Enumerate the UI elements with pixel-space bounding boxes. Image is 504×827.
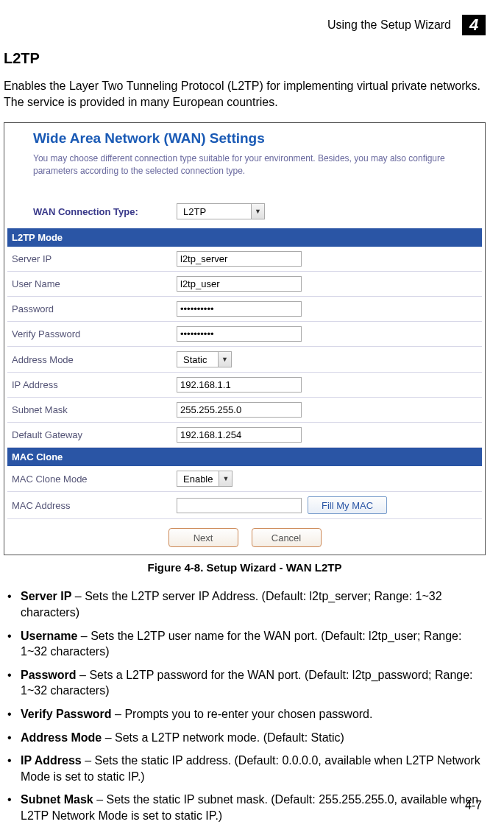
chapter-number-box: 4	[462, 15, 486, 35]
server-ip-label: Server IP	[12, 253, 177, 264]
bullet-bold: Password	[21, 669, 77, 681]
bullet-text: – Sets the static IP address. (Default: …	[21, 754, 480, 783]
address-mode-row: Address Mode Static ▼	[7, 347, 482, 373]
user-name-label: User Name	[12, 278, 177, 289]
wan-settings-description: You may choose different connection type…	[7, 149, 482, 200]
ip-address-label: IP Address	[12, 379, 177, 390]
bullet-text: – Prompts you to re-enter your chosen pa…	[112, 708, 373, 720]
ip-address-input[interactable]	[177, 377, 302, 393]
bullet-text: – Sets a L2TP network mode. (Default: St…	[102, 731, 344, 744]
address-mode-value: Static	[177, 354, 218, 365]
mac-clone-mode-row: MAC Clone Mode Enable ▼	[7, 466, 482, 492]
chevron-down-icon: ▼	[218, 352, 231, 367]
default-gateway-row: Default Gateway	[7, 423, 482, 448]
mac-clone-mode-label: MAC Clone Mode	[12, 474, 177, 485]
wan-settings-title: Wide Area Network (WAN) Settings	[7, 126, 482, 149]
bullet-bold: IP Address	[21, 754, 82, 767]
section-title: L2TP	[4, 50, 486, 67]
bullet-bold: Address Mode	[21, 731, 102, 744]
mac-clone-section-bar: MAC Clone	[7, 448, 482, 466]
intro-paragraph: Enables the Layer Two Tunneling Protocol…	[4, 78, 486, 111]
ip-address-row: IP Address	[7, 373, 482, 398]
password-label: Password	[12, 303, 177, 314]
mac-clone-mode-select[interactable]: Enable ▼	[177, 471, 233, 487]
default-gateway-label: Default Gateway	[12, 429, 177, 440]
list-item: •Username – Sets the L2TP user name for …	[7, 628, 486, 660]
list-item: •Subnet Mask – Sets the static IP subnet…	[7, 792, 486, 823]
list-item: •Verify Password – Prompts you to re-ent…	[7, 706, 486, 722]
mac-address-input[interactable]	[177, 498, 302, 513]
bullet-list: •Server IP – Sets the L2TP server IP Add…	[4, 588, 486, 823]
page-header: Using the Setup Wizard 4	[4, 15, 486, 35]
server-ip-row: Server IP	[7, 247, 482, 272]
bullet-text: – Sets the L2TP user name for the WAN po…	[21, 630, 461, 658]
bullet-text: – Sets the L2TP server IP Address. (Defa…	[21, 590, 442, 619]
verify-password-label: Verify Password	[12, 328, 177, 339]
bullet-bold: Verify Password	[21, 708, 112, 720]
mac-clone-mode-value: Enable	[177, 474, 219, 485]
server-ip-input[interactable]	[177, 251, 302, 267]
address-mode-select[interactable]: Static ▼	[177, 351, 232, 367]
bullet-bold: Subnet Mask	[21, 793, 93, 806]
bullet-bold: Server IP	[21, 590, 71, 602]
chevron-down-icon: ▼	[219, 471, 232, 486]
password-input[interactable]	[177, 301, 302, 317]
password-row: Password	[7, 297, 482, 322]
list-item: •IP Address – Sets the static IP address…	[7, 753, 486, 784]
cancel-button[interactable]: Cancel	[252, 528, 322, 547]
mac-address-row: MAC Address Fill My MAC	[7, 492, 482, 519]
wan-connection-type-value: L2TP	[177, 206, 251, 217]
l2tp-mode-section-bar: L2TP Mode	[7, 228, 482, 247]
subnet-mask-label: Subnet Mask	[12, 404, 177, 415]
fill-my-mac-button[interactable]: Fill My MAC	[308, 496, 387, 514]
address-mode-label: Address Mode	[12, 354, 177, 365]
mac-address-label: MAC Address	[12, 500, 177, 511]
chevron-down-icon: ▼	[251, 204, 264, 219]
user-name-input[interactable]	[177, 276, 302, 292]
subnet-mask-row: Subnet Mask	[7, 398, 482, 423]
default-gateway-input[interactable]	[177, 427, 302, 443]
list-item: •Address Mode – Sets a L2TP network mode…	[7, 730, 486, 746]
figure-caption: Figure 4-8. Setup Wizard - WAN L2TP	[4, 561, 486, 574]
wan-connection-type-row: WAN Connection Type: L2TP ▼	[7, 199, 482, 228]
bullet-bold: Username	[21, 630, 77, 642]
verify-password-row: Verify Password	[7, 322, 482, 347]
next-button[interactable]: Next	[168, 528, 238, 547]
wan-connection-type-label: WAN Connection Type:	[33, 206, 177, 217]
wan-connection-type-select[interactable]: L2TP ▼	[177, 203, 265, 219]
list-item: •Server IP – Sets the L2TP server IP Add…	[7, 588, 486, 620]
verify-password-input[interactable]	[177, 326, 302, 342]
list-item: •Password – Sets a L2TP password for the…	[7, 667, 486, 699]
subnet-mask-input[interactable]	[177, 402, 302, 418]
nav-button-row: Next Cancel	[7, 519, 482, 553]
page-number: 4-7	[465, 799, 482, 812]
bullet-text: – Sets a L2TP password for the WAN port.…	[21, 669, 473, 697]
header-section-text: Using the Setup Wizard	[327, 18, 451, 32]
screenshot-panel: Wide Area Network (WAN) Settings You may…	[4, 122, 486, 556]
user-name-row: User Name	[7, 272, 482, 297]
